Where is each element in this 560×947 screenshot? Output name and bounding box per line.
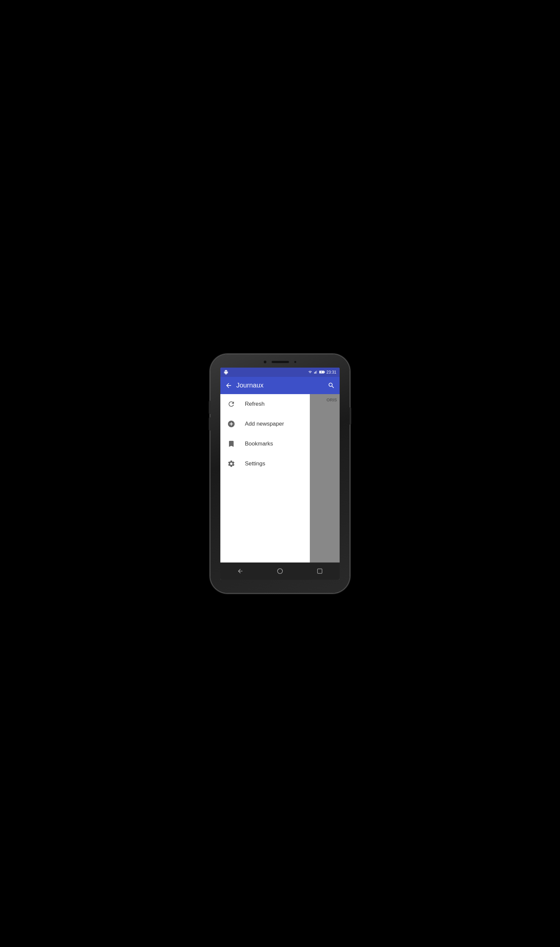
status-bar-left (224, 370, 228, 374)
svg-rect-2 (316, 371, 316, 374)
content-area: ORIS Refresh (220, 394, 340, 562)
add-newspaper-label: Add newspaper (245, 420, 284, 427)
svg-rect-1 (315, 372, 315, 374)
svg-rect-0 (314, 372, 314, 374)
status-bar: 23:31 (220, 368, 340, 377)
svg-point-7 (278, 568, 283, 573)
refresh-label: Refresh (245, 401, 265, 407)
sensor (294, 360, 297, 363)
menu-item-refresh[interactable]: Refresh (220, 394, 310, 414)
settings-label: Settings (245, 460, 265, 467)
refresh-icon (227, 400, 235, 408)
menu-item-bookmarks[interactable]: Bookmarks (220, 434, 310, 454)
menu-empty-space (220, 474, 310, 562)
clock: 23:31 (326, 370, 336, 374)
phone-top-bar (263, 360, 297, 363)
svg-rect-5 (324, 371, 325, 373)
dropdown-menu: Refresh Add newspaper (220, 394, 310, 562)
bookmarks-label: Bookmarks (245, 440, 273, 447)
front-camera (263, 360, 267, 363)
wifi-icon (308, 370, 312, 374)
phone-screen: 23:31 Journaux ORIS (220, 368, 340, 580)
add-circle-icon (227, 420, 235, 428)
menu-item-add-newspaper[interactable]: Add newspaper (220, 414, 310, 434)
nav-home-button[interactable] (274, 565, 286, 577)
nav-recents-button[interactable] (314, 565, 326, 577)
power-button[interactable] (349, 407, 351, 425)
status-bar-right: 23:31 (308, 370, 336, 374)
svg-rect-8 (317, 569, 322, 573)
menu-item-settings[interactable]: Settings (220, 454, 310, 474)
speaker-grille (271, 360, 289, 363)
volume-up-button[interactable] (209, 401, 211, 414)
right-panel-label: ORIS (310, 394, 340, 406)
back-button[interactable] (225, 382, 232, 389)
settings-icon (227, 459, 235, 468)
nav-back-button[interactable] (234, 565, 246, 577)
bookmark-icon (227, 439, 235, 448)
search-button[interactable] (328, 382, 335, 389)
right-panel: ORIS (310, 394, 340, 562)
battery-icon (319, 370, 325, 374)
app-bar: Journaux (220, 377, 340, 394)
phone-device: 23:31 Journaux ORIS (211, 354, 349, 593)
android-debug-icon (224, 370, 228, 374)
volume-down-button[interactable] (209, 417, 211, 431)
nav-bar (220, 562, 340, 580)
signal-icon (314, 370, 318, 374)
page-title: Journaux (236, 382, 324, 389)
